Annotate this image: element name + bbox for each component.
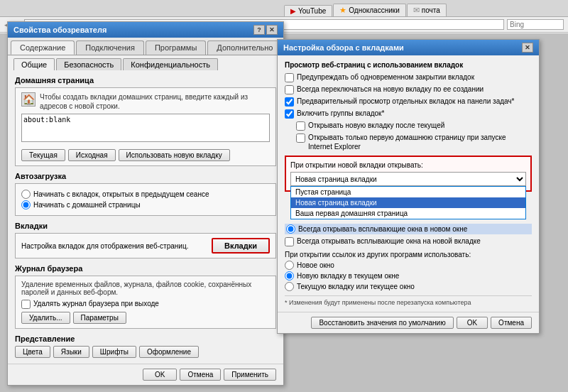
ok-btn-tabs[interactable]: OK bbox=[457, 317, 488, 329]
tab-privacy[interactable]: Конфиденциальность bbox=[123, 58, 218, 70]
radio-home-page[interactable] bbox=[21, 200, 31, 209]
tabs-dialog-title: Настройка обзора с вкладками bbox=[283, 43, 404, 52]
tabs-close-btn[interactable]: ✕ bbox=[522, 43, 533, 53]
cancel-btn-tabs[interactable]: Отмена bbox=[491, 317, 532, 329]
tabs-desc: Настройка вкладок для отображения веб-ст… bbox=[21, 242, 212, 250]
inet-options-dialog: Свойства обозревателя ? ✕ Содержание Под… bbox=[7, 21, 284, 386]
tab-general[interactable]: Общие bbox=[13, 58, 55, 70]
mail-icon: ✉ bbox=[413, 6, 420, 15]
links-radio-new-tab: Новую вкладку в текущем окне bbox=[285, 271, 532, 281]
open-tab-select[interactable]: Новая страница вкладки bbox=[290, 172, 526, 186]
params-btn[interactable]: Параметры bbox=[73, 312, 126, 324]
cancel-btn-main[interactable]: Отмена bbox=[180, 369, 221, 381]
ok-icon: ★ bbox=[339, 6, 346, 15]
odnoklassniki-tab[interactable]: ★ Одноклассники bbox=[333, 4, 405, 16]
design-btn[interactable]: Оформление bbox=[139, 346, 199, 358]
original-btn[interactable]: Исходная bbox=[68, 149, 116, 161]
represent-title: Представление bbox=[15, 334, 276, 343]
tab-additional[interactable]: Дополнительно bbox=[207, 40, 282, 55]
dialog-tabbar2: Общие Безопасность Конфиденциальность bbox=[8, 55, 283, 70]
dropdown-opt-empty[interactable]: Пустая страница bbox=[291, 187, 525, 197]
tabs-box: Настройка вкладок для отображения веб-ст… bbox=[15, 233, 276, 258]
links-radio-new-window: Новое окно bbox=[285, 261, 532, 270]
homepage-desc: Чтобы создать вкладки домашних страниц, … bbox=[40, 92, 270, 111]
dropdown-container: Новая страница вкладки Пустая страница Н… bbox=[290, 172, 526, 186]
open-tab-label: При открытии новой вкладки открывать: bbox=[290, 161, 526, 169]
tab-security[interactable]: Безопасность bbox=[56, 58, 121, 70]
journal-box: Удаление временных файлов, журнала, файл… bbox=[15, 276, 276, 329]
journal-checkbox-label: Удалять журнал браузера при выходе bbox=[33, 299, 159, 308]
tabs-dialog-body: Просмотр веб-страниц с использованием вк… bbox=[278, 55, 539, 312]
links-radio-current: Текущую вкладку или текущее окно bbox=[285, 282, 532, 291]
homepage-title: Домашняя страница bbox=[15, 76, 276, 85]
checkbox-groups: Включить группы вкладок* bbox=[285, 109, 532, 119]
links-label: При открытии ссылок из других программ и… bbox=[285, 251, 532, 258]
inet-dialog-body: Домашняя страница 🏠 Чтобы создать вкладк… bbox=[8, 70, 283, 364]
delete-btn[interactable]: Удалить... bbox=[21, 312, 70, 324]
checkbox-open-after: Открывать новую вкладку после текущей bbox=[296, 121, 532, 131]
colors-btn[interactable]: Цвета bbox=[15, 346, 50, 358]
homepage-url-input[interactable] bbox=[21, 114, 270, 142]
popup-checkbox-new-window: Всегда открывать всплывающие окна в ново… bbox=[285, 224, 532, 234]
tabs-settings-btn[interactable]: Вкладки bbox=[212, 238, 270, 254]
languages-btn[interactable]: Языки bbox=[53, 346, 89, 358]
youtube-label: YouTube bbox=[298, 7, 326, 15]
tabs-dialog-titlebar: Настройка обзора с вкладками ✕ bbox=[278, 40, 539, 55]
current-btn[interactable]: Текущая bbox=[21, 149, 65, 161]
mail-tab[interactable]: ✉ почта bbox=[407, 4, 447, 16]
tabs-settings-dialog: Настройка обзора с вкладками ✕ Просмотр … bbox=[277, 39, 540, 334]
help-button[interactable]: ? bbox=[253, 25, 265, 35]
journal-checkbox[interactable] bbox=[21, 300, 31, 309]
dropdown-opt-newtab[interactable]: Новая страница вкладки bbox=[291, 197, 525, 208]
checkbox-warn-close: Предупреждать об одновременном закрытии … bbox=[285, 72, 532, 82]
open-tab-section: При открытии новой вкладки открывать: Но… bbox=[285, 156, 532, 192]
checkbox-switch-new: Всегда переключаться на новую вкладку по… bbox=[285, 85, 532, 94]
journal-desc: Удаление временных файлов, журнала, файл… bbox=[21, 281, 270, 296]
popup-section: Всегда открывать всплывающие окна в ново… bbox=[285, 224, 532, 246]
tabs-title: Вкладки bbox=[15, 222, 276, 230]
youtube-icon: ▶ bbox=[290, 7, 296, 15]
represent-section: Цвета Языки Шрифты Оформление bbox=[15, 346, 276, 358]
links-section: При открытии ссылок из других программ и… bbox=[285, 251, 532, 291]
home-icon: 🏠 bbox=[21, 92, 36, 107]
apply-btn-main[interactable]: Применить bbox=[224, 369, 276, 381]
tab-programs[interactable]: Программы bbox=[146, 40, 206, 55]
dialog-tabbar1: Содержание Подключения Программы Дополни… bbox=[8, 38, 283, 55]
autoload-box: Начинать с вкладок, открытых в предыдуще… bbox=[15, 183, 276, 216]
popup-checkbox-new-tab: Всегда открывать всплывающие окна на нов… bbox=[285, 236, 532, 246]
inet-dialog-footer: OK Отмена Применить bbox=[8, 364, 283, 385]
homepage-box: 🏠 Чтобы создать вкладки домашних страниц… bbox=[15, 87, 276, 166]
youtube-tab[interactable]: ▶ YouTube bbox=[284, 5, 332, 16]
fonts-btn[interactable]: Шрифты bbox=[92, 346, 136, 358]
radio-prev-session[interactable] bbox=[21, 190, 31, 199]
search-bar[interactable] bbox=[507, 19, 564, 30]
dropdown-open-list[interactable]: Пустая страница Новая страница вкладки В… bbox=[290, 186, 526, 219]
mail-label: почта bbox=[422, 6, 440, 14]
autoload-title: Автозагрузка bbox=[15, 172, 276, 180]
tab-content[interactable]: Содержание bbox=[11, 40, 75, 55]
ok-btn-main[interactable]: OK bbox=[143, 369, 177, 381]
newtab-btn[interactable]: Использовать новую вкладку bbox=[119, 149, 230, 161]
ok-label: Одноклассники bbox=[349, 6, 399, 14]
radio-home-label: Начинать с домашней страницы bbox=[33, 201, 141, 209]
tabs-dialog-footer: Восстановить значения по умолчанию OK От… bbox=[278, 312, 539, 333]
tab-connections[interactable]: Подключения bbox=[76, 40, 144, 55]
note-text: * Изменения будут применены после переза… bbox=[285, 295, 532, 306]
restore-defaults-btn[interactable]: Восстановить значения по умолчанию bbox=[311, 317, 453, 329]
dropdown-opt-home[interactable]: Ваша первая домашняя страница bbox=[291, 208, 525, 219]
inet-dialog-title: Свойства обозревателя bbox=[13, 26, 106, 34]
close-button[interactable]: ✕ bbox=[266, 25, 278, 35]
journal-title: Журнал браузера bbox=[15, 264, 276, 273]
radio-prev-label: Начинать с вкладок, открытых в предыдуще… bbox=[33, 190, 209, 198]
tabs-section-title: Просмотр веб-страниц с использованием вк… bbox=[285, 61, 532, 69]
checkbox-preview: Предварительный просмотр отдельных вклад… bbox=[285, 97, 532, 107]
inet-dialog-titlebar: Свойства обозревателя ? ✕ bbox=[8, 22, 283, 38]
checkbox-first-home: Открывать только первую домашнюю страниц… bbox=[296, 133, 532, 151]
